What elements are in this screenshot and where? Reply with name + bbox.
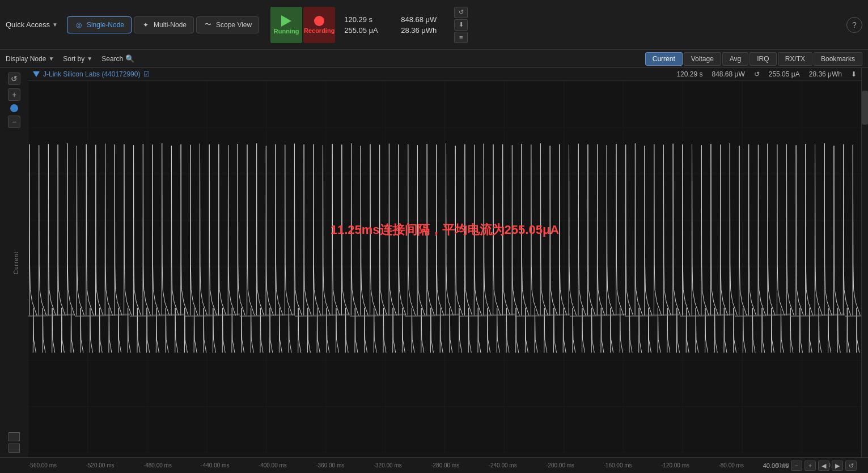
top-toolbar: Quick Access ▼ ◎ Single-Node ✦ Multi-Nod… bbox=[0, 0, 868, 50]
nav-buttons: ◎ Single-Node ✦ Multi-Node 〜 Scope View bbox=[67, 16, 259, 33]
time-axis: -560.00 ms-520.00 ms-480.00 ms-440.00 ms… bbox=[0, 457, 868, 473]
multi-node-button[interactable]: ✦ Multi-Node bbox=[134, 16, 194, 33]
device-triangle-icon bbox=[33, 71, 40, 77]
y-zoom-in-button[interactable]: + bbox=[8, 88, 20, 101]
display-node-item[interactable]: Display Node ▼ bbox=[6, 55, 54, 63]
time-label: -120.00 ms bbox=[661, 462, 689, 468]
reset-button[interactable]: ↺ bbox=[454, 7, 468, 18]
device-name: J-Link Silicon Labs (440172990) bbox=[43, 70, 140, 78]
time-next-button[interactable]: ▶ bbox=[832, 461, 843, 471]
help-button[interactable]: ? bbox=[846, 17, 862, 33]
sort-by-chevron: ▼ bbox=[87, 56, 92, 62]
time-label: -400.00 ms bbox=[259, 462, 287, 468]
recording-label: Recording bbox=[304, 27, 335, 34]
search-label: Search bbox=[101, 55, 123, 63]
chart-header: J-Link Silicon Labs (440172990) ☑ 120.29… bbox=[28, 68, 861, 81]
chart-plot-area[interactable]: 11.25ms连接间隔，平均电流为255.05μA bbox=[28, 81, 861, 453]
running-label: Running bbox=[274, 28, 299, 35]
time-undo-button[interactable]: ↺ bbox=[845, 461, 857, 471]
secondary-toolbar: Display Node ▼ Sort by ▼ Search 🔍 Curren… bbox=[0, 50, 868, 68]
chart-scrollbar[interactable] bbox=[861, 68, 868, 457]
chart-main: J-Link Silicon Labs (440172990) ☑ 120.29… bbox=[28, 68, 861, 457]
stat-power: 848.68 μW bbox=[401, 15, 446, 24]
time-label: -320.00 ms bbox=[374, 462, 402, 468]
time-prev-button[interactable]: ◀ bbox=[818, 461, 829, 471]
time-controls: 40.00 ms − + ◀ ▶ ↺ bbox=[763, 461, 857, 471]
play-icon bbox=[281, 15, 291, 27]
time-label: -360.00 ms bbox=[316, 462, 344, 468]
side-controls: ↺ ⬇ ≡ bbox=[454, 7, 468, 43]
tab-avg[interactable]: Avg bbox=[722, 52, 748, 66]
display-node-chevron: ▼ bbox=[48, 56, 54, 62]
time-label: -480.00 ms bbox=[143, 462, 172, 468]
scope-view-button[interactable]: 〜 Scope View bbox=[196, 16, 259, 33]
waveform-canvas[interactable] bbox=[28, 81, 861, 453]
time-label: -80.00 ms bbox=[718, 462, 743, 468]
stat-energy: 28.36 μWh bbox=[401, 26, 446, 35]
header-energy: 28.36 μWh bbox=[809, 70, 842, 78]
time-labels: -560.00 ms-520.00 ms-480.00 ms-440.00 ms… bbox=[28, 462, 840, 468]
scope-view-icon: 〜 bbox=[204, 20, 213, 29]
view-tabs: Current Voltage Avg IRQ RX/TX Bookmarks bbox=[645, 52, 862, 66]
single-node-button[interactable]: ◎ Single-Node bbox=[67, 16, 132, 33]
tab-irq[interactable]: IRQ bbox=[750, 52, 776, 66]
stat-current: 255.05 μA bbox=[344, 26, 389, 35]
quick-access-chevron: ▼ bbox=[52, 22, 58, 28]
header-time: 120.29 s bbox=[676, 70, 702, 78]
download-button[interactable]: ⬇ bbox=[454, 19, 468, 31]
y-zoom-out-button[interactable]: − bbox=[8, 116, 20, 128]
header-current: 255.05 μA bbox=[769, 70, 800, 78]
tab-bookmarks[interactable]: Bookmarks bbox=[814, 52, 862, 66]
multi-node-icon: ✦ bbox=[141, 20, 150, 29]
bottom-icon-2[interactable] bbox=[9, 444, 20, 453]
time-label: -560.00 ms bbox=[28, 462, 57, 468]
device-label: J-Link Silicon Labs (440172990) ☑ bbox=[33, 70, 150, 78]
stats-row-1: 120.29 s 848.68 μW bbox=[344, 15, 446, 24]
recording-button[interactable]: Recording bbox=[303, 7, 335, 43]
tab-rxtx[interactable]: RX/TX bbox=[778, 52, 812, 66]
time-increase-button[interactable]: + bbox=[805, 461, 816, 471]
time-label: -520.00 ms bbox=[86, 462, 114, 468]
time-decrease-button[interactable]: − bbox=[791, 461, 802, 471]
quick-access-button[interactable]: Quick Access ▼ bbox=[6, 20, 58, 29]
run-controls: Running Recording bbox=[270, 7, 335, 43]
chart-container: ↺ + − Current J-Link Silicon Labs (44017… bbox=[0, 68, 868, 457]
stats-row-2: 255.05 μA 28.36 μWh bbox=[344, 26, 446, 35]
single-node-label: Single-Node bbox=[87, 21, 124, 29]
single-node-icon: ◎ bbox=[74, 20, 83, 29]
time-label: -440.00 ms bbox=[201, 462, 229, 468]
y-reset-button[interactable]: ↺ bbox=[8, 73, 20, 85]
running-button[interactable]: Running bbox=[270, 7, 302, 43]
sort-by-label: Sort by bbox=[63, 55, 84, 63]
stats-panel: 120.29 s 848.68 μW 255.05 μA 28.36 μWh bbox=[344, 15, 446, 35]
header-reset-icon[interactable]: ↺ bbox=[754, 70, 760, 78]
search-item[interactable]: Search 🔍 bbox=[101, 54, 134, 63]
time-label: -200.00 ms bbox=[546, 462, 574, 468]
scrollbar-thumb[interactable] bbox=[862, 91, 868, 125]
scope-view-label: Scope View bbox=[216, 21, 252, 29]
tab-current[interactable]: Current bbox=[645, 52, 683, 66]
header-download-icon[interactable]: ⬇ bbox=[851, 70, 857, 78]
multi-node-label: Multi-Node bbox=[154, 21, 187, 29]
device-check-icon: ☑ bbox=[143, 70, 150, 78]
time-label: -280.00 ms bbox=[431, 462, 459, 468]
y-axis-label: Current bbox=[13, 251, 19, 274]
time-label: -240.00 ms bbox=[489, 462, 517, 468]
time-label: -160.00 ms bbox=[604, 462, 632, 468]
list-button[interactable]: ≡ bbox=[454, 32, 468, 43]
display-node-label: Display Node bbox=[6, 55, 46, 63]
y-position-indicator[interactable] bbox=[10, 104, 18, 112]
header-power: 848.68 μW bbox=[712, 70, 744, 78]
record-icon bbox=[314, 16, 324, 26]
y-axis-controls: ↺ + − bbox=[8, 70, 20, 128]
tab-voltage[interactable]: Voltage bbox=[684, 52, 721, 66]
stat-time: 120.29 s bbox=[344, 15, 389, 24]
quick-access-label: Quick Access bbox=[6, 20, 50, 29]
chart-left-panel: ↺ + − Current bbox=[0, 68, 28, 457]
chart-header-stats: 120.29 s 848.68 μW ↺ 255.05 μA 28.36 μWh… bbox=[676, 70, 857, 78]
search-icon: 🔍 bbox=[125, 54, 134, 63]
sort-by-item[interactable]: Sort by ▼ bbox=[63, 55, 92, 63]
bottom-icons bbox=[9, 432, 20, 453]
time-window-label: 40.00 ms bbox=[763, 462, 789, 469]
bottom-icon-1[interactable] bbox=[9, 432, 20, 441]
